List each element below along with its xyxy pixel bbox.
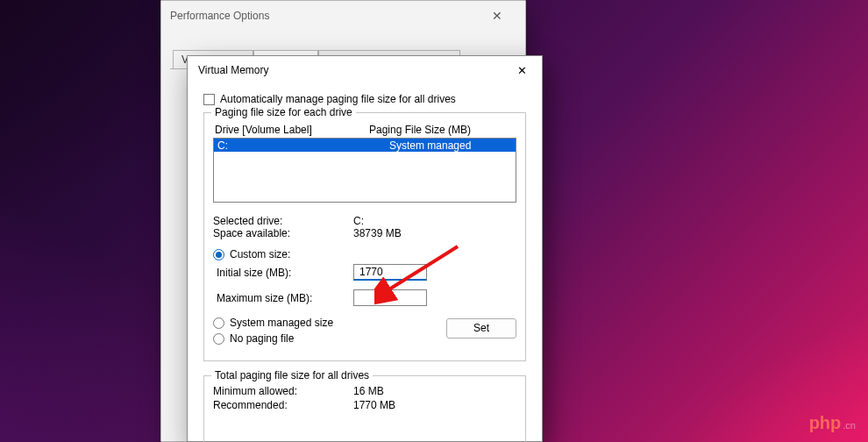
selected-drive-value: C: (353, 215, 364, 227)
custom-size-radio[interactable] (213, 249, 224, 260)
custom-size-label: Custom size: (230, 248, 290, 260)
col-size: Paging File Size (MB) (369, 124, 513, 136)
auto-manage-row[interactable]: Automatically manage paging file size fo… (203, 93, 526, 105)
total-fieldset: Total paging file size for all drives Mi… (203, 375, 526, 442)
drives-fieldset: Paging file size for each drive Drive [V… (203, 112, 526, 361)
drives-legend: Paging file size for each drive (211, 106, 356, 118)
perf-titlebar[interactable]: Performance Options ✕ (161, 1, 525, 31)
vm-close-button[interactable]: ✕ (503, 58, 540, 82)
initial-size-input[interactable]: 1770 (353, 264, 427, 281)
max-size-row: Maximum size (MB): (213, 289, 516, 306)
drive-letter: C: (217, 139, 389, 152)
desktop-background: Performance Options ✕ Visual EffectsAdva… (0, 0, 868, 442)
vm-title: Virtual Memory (198, 64, 503, 76)
close-icon: ✕ (517, 64, 527, 77)
no-paging-label: No paging file (230, 332, 294, 345)
perf-title: Performance Options (170, 10, 478, 22)
rec-label: Recommended: (213, 399, 353, 411)
min-allowed-row: Minimum allowed: 16 MB (213, 385, 516, 397)
initial-size-row: Initial size (MB): 1770 (213, 264, 516, 281)
max-size-input[interactable] (353, 289, 427, 306)
drive-row-c[interactable]: C: System managed (214, 139, 516, 152)
auto-manage-label: Automatically manage paging file size fo… (220, 93, 456, 105)
no-paging-radio[interactable] (213, 333, 224, 345)
custom-size-row[interactable]: Custom size: (213, 248, 516, 260)
system-managed-label: System managed size (230, 317, 333, 329)
perf-close-button[interactable]: ✕ (478, 4, 516, 28)
space-available-row: Space available: 38739 MB (213, 227, 516, 239)
space-label: Space available: (213, 227, 353, 239)
close-icon: ✕ (492, 9, 502, 23)
vm-titlebar[interactable]: Virtual Memory ✕ (188, 56, 542, 84)
drive-list-header: Drive [Volume Label] Paging File Size (M… (213, 122, 516, 136)
initial-size-label: Initial size (MB): (213, 267, 353, 279)
drive-status: System managed (389, 139, 516, 152)
min-value: 16 MB (353, 385, 384, 397)
space-value: 38739 MB (353, 227, 402, 239)
auto-manage-checkbox[interactable] (203, 94, 215, 105)
col-drive: Drive [Volume Label] (215, 124, 369, 136)
watermark-suffix: .cn (843, 420, 856, 431)
total-legend: Total paging file size for all drives (211, 369, 373, 381)
selected-drive-row: Selected drive: C: (213, 215, 516, 227)
watermark: php.cn (809, 413, 856, 433)
watermark-brand: php (809, 413, 842, 432)
system-managed-row[interactable]: System managed size (213, 317, 446, 329)
system-managed-radio[interactable] (213, 317, 224, 329)
set-button[interactable]: Set (446, 318, 516, 339)
selected-drive-label: Selected drive: (213, 215, 353, 227)
no-paging-row[interactable]: No paging file (213, 332, 446, 345)
recommended-row: Recommended: 1770 MB (213, 399, 516, 411)
max-size-label: Maximum size (MB): (213, 292, 353, 304)
min-label: Minimum allowed: (213, 385, 353, 397)
vm-body: Automatically manage paging file size fo… (188, 84, 542, 442)
drive-list[interactable]: C: System managed (213, 138, 516, 203)
rec-value: 1770 MB (353, 399, 395, 411)
virtual-memory-dialog: Virtual Memory ✕ Automatically manage pa… (187, 55, 543, 442)
